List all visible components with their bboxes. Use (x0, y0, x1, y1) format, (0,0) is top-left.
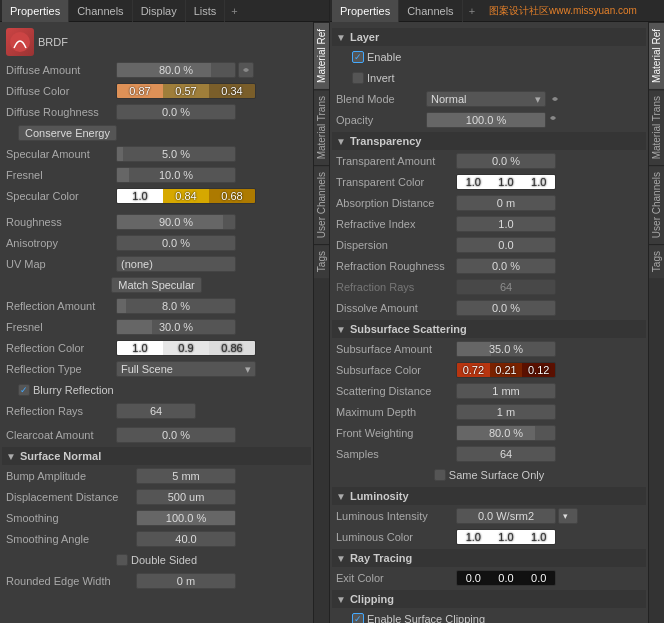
smoothing-angle-bar[interactable]: 40.0 (136, 531, 236, 547)
tab-properties-left[interactable]: Properties (2, 0, 69, 22)
specular-fresnel-bar[interactable]: 10.0 % (116, 167, 236, 183)
specular-color-swatch[interactable]: 1.0 0.84 0.68 (116, 188, 256, 204)
match-specular-btn[interactable]: Match Specular (111, 277, 201, 293)
trans-r-channel[interactable]: 1.0 (457, 175, 490, 189)
right-side-tab-material-trans[interactable]: Material Trans (649, 89, 664, 165)
trans-b-channel[interactable]: 1.0 (522, 175, 555, 189)
diffuse-amount-bar[interactable]: 80.0 % (116, 62, 236, 78)
layer-section-header[interactable]: ▼ Layer (332, 28, 646, 46)
front-weighting-label: Front Weighting (336, 427, 456, 439)
reflection-color-swatch[interactable]: 1.0 0.9 0.86 (116, 340, 256, 356)
surface-normal-header[interactable]: ▼ Surface Normal (2, 447, 311, 465)
refraction-roughness-bar[interactable]: 0.0 % (456, 258, 556, 274)
diffuse-r-channel[interactable]: 0.87 (117, 84, 163, 98)
lum-b-channel[interactable]: 1.0 (522, 530, 555, 544)
luminous-intensity-bar[interactable]: 0.0 W/srm2 (456, 508, 556, 524)
transparent-amount-bar[interactable]: 0.0 % (456, 153, 556, 169)
subsurface-color-swatch[interactable]: 0.72 0.21 0.12 (456, 362, 556, 378)
specular-b-channel[interactable]: 0.68 (209, 189, 255, 203)
luminous-unit-dropdown[interactable]: ▾ (558, 508, 578, 524)
reflection-fresnel-bar[interactable]: 30.0 % (116, 319, 236, 335)
exit-g-channel[interactable]: 0.0 (490, 571, 523, 585)
smoothing-bar[interactable]: 100.0 % (136, 510, 236, 526)
tab-properties-right[interactable]: Properties (332, 0, 399, 22)
specular-g-channel[interactable]: 0.84 (163, 189, 209, 203)
tab-channels-right[interactable]: Channels (399, 0, 462, 22)
same-surface-checkbox[interactable] (434, 469, 446, 481)
diffuse-roughness-bar[interactable]: 0.0 % (116, 104, 236, 120)
subs-r-channel[interactable]: 0.72 (457, 363, 490, 377)
diffuse-g-channel[interactable]: 0.57 (163, 84, 209, 98)
add-tab-left[interactable]: + (225, 3, 243, 19)
diffuse-color-row: Diffuse Color 0.87 0.57 0.34 (2, 81, 311, 101)
opacity-bar[interactable]: 100.0 % (426, 112, 546, 128)
absorption-bar[interactable]: 0 m (456, 195, 556, 211)
displacement-bar[interactable]: 500 um (136, 489, 236, 505)
tab-lists-left[interactable]: Lists (186, 0, 226, 22)
refraction-rays-bar[interactable]: 64 (456, 279, 556, 295)
tab-display-left[interactable]: Display (133, 0, 186, 22)
right-side-tab-user-channels[interactable]: User Channels (649, 165, 664, 244)
transparent-color-swatch[interactable]: 1.0 1.0 1.0 (456, 174, 556, 190)
diffuse-color-swatch[interactable]: 0.87 0.57 0.34 (116, 83, 256, 99)
ray-tracing-section-header[interactable]: ▼ Ray Tracing (332, 549, 646, 567)
blurry-checkbox[interactable]: ✓ (18, 384, 30, 396)
specular-r-channel[interactable]: 1.0 (117, 189, 163, 203)
subsurface-amount-row: Subsurface Amount 35.0 % (332, 339, 646, 359)
left-side-tab-material-trans[interactable]: Material Trans (314, 89, 329, 165)
clipping-section-header[interactable]: ▼ Clipping (332, 590, 646, 608)
layer-enable-checkbox[interactable]: ✓ (352, 51, 364, 63)
subsurface-amount-bar[interactable]: 35.0 % (456, 341, 556, 357)
exit-b-channel[interactable]: 0.0 (522, 571, 555, 585)
blend-mode-reset[interactable] (548, 92, 562, 106)
double-sided-checkbox[interactable] (116, 554, 128, 566)
anisotropy-bar[interactable]: 0.0 % (116, 235, 236, 251)
max-depth-bar[interactable]: 1 m (456, 404, 556, 420)
lum-g-channel[interactable]: 1.0 (490, 530, 523, 544)
exit-color-swatch[interactable]: 0.0 0.0 0.0 (456, 570, 556, 586)
diffuse-b-channel[interactable]: 0.34 (209, 84, 255, 98)
subsurface-section-header[interactable]: ▼ Subsurface Scattering (332, 320, 646, 338)
right-side-tab-material-ref[interactable]: Material Ref (649, 22, 664, 89)
bump-amplitude-bar[interactable]: 5 mm (136, 468, 236, 484)
exit-r-channel[interactable]: 0.0 (457, 571, 490, 585)
scattering-distance-bar[interactable]: 1 mm (456, 383, 556, 399)
left-side-tab-user-channels[interactable]: User Channels (314, 165, 329, 244)
diffuse-amount-reset[interactable] (238, 62, 254, 78)
specular-amount-bar[interactable]: 5.0 % (116, 146, 236, 162)
refl-g-channel[interactable]: 0.9 (163, 341, 209, 355)
luminosity-section-header[interactable]: ▼ Luminosity (332, 487, 646, 505)
clearcoat-bar[interactable]: 0.0 % (116, 427, 236, 443)
lum-r-channel[interactable]: 1.0 (457, 530, 490, 544)
add-tab-right[interactable]: + (463, 3, 481, 19)
rounded-edge-bar[interactable]: 0 m (136, 573, 236, 589)
opacity-reset[interactable] (548, 113, 562, 127)
refl-b-channel[interactable]: 0.86 (209, 341, 255, 355)
reflection-amount-bar[interactable]: 8.0 % (116, 298, 236, 314)
dispersion-bar[interactable]: 0.0 (456, 237, 556, 253)
refractive-bar[interactable]: 1.0 (456, 216, 556, 232)
conserve-energy-btn[interactable]: Conserve Energy (18, 125, 117, 141)
subs-g-channel[interactable]: 0.21 (490, 363, 523, 377)
luminous-color-swatch[interactable]: 1.0 1.0 1.0 (456, 529, 556, 545)
front-weighting-bar[interactable]: 80.0 % (456, 425, 556, 441)
roughness-bar[interactable]: 90.0 % (116, 214, 236, 230)
subs-b-channel[interactable]: 0.12 (522, 363, 555, 377)
transparency-section-header[interactable]: ▼ Transparency (332, 132, 646, 150)
layer-invert-checkbox[interactable] (352, 72, 364, 84)
trans-g-channel[interactable]: 1.0 (490, 175, 523, 189)
uvmap-dropdown[interactable]: (none) (116, 256, 236, 272)
right-side-tab-tags[interactable]: Tags (649, 244, 664, 278)
enable-clipping-checkbox[interactable]: ✓ (352, 613, 364, 623)
dissolve-bar[interactable]: 0.0 % (456, 300, 556, 316)
left-side-tab-material-ref[interactable]: Material Ref (314, 22, 329, 89)
blend-mode-dropdown[interactable]: Normal ▾ (426, 91, 546, 107)
left-side-tab-tags[interactable]: Tags (314, 244, 329, 278)
reflection-rays-bar[interactable]: 64 (116, 403, 196, 419)
samples-bar[interactable]: 64 (456, 446, 556, 462)
tab-channels-left[interactable]: Channels (69, 0, 132, 22)
reflection-type-dropdown[interactable]: Full Scene ▾ (116, 361, 256, 377)
luminous-intensity-unit[interactable]: ▾ (558, 508, 578, 524)
samples-row: Samples 64 (332, 444, 646, 464)
refl-r-channel[interactable]: 1.0 (117, 341, 163, 355)
